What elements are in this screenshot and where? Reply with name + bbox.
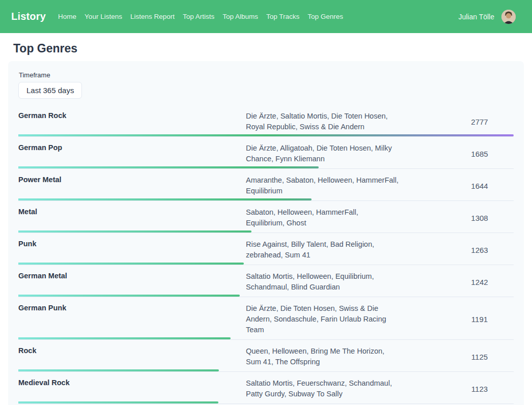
- genre-row: German Metal Saltatio Mortis, Helloween,…: [18, 265, 514, 297]
- genre-top-artists: Die Ärzte, Die Toten Hosen, Swiss & Die …: [246, 303, 399, 335]
- genre-row: German Rock Die Ärzte, Saltatio Mortis, …: [18, 105, 514, 137]
- genre-top-artists: Die Ärzte, Saltatio Mortis, Die Toten Ho…: [246, 111, 399, 132]
- genre-name: Punk: [18, 239, 246, 261]
- genre-top-artists: Amaranthe, Sabaton, Helloween, HammerFal…: [246, 175, 399, 196]
- genre-top-artists: Rise Against, Billy Talent, Bad Religion…: [246, 239, 399, 261]
- user-menu[interactable]: Julian Tölle: [458, 10, 516, 24]
- nav-item-top-tracks[interactable]: Top Tracks: [262, 10, 303, 23]
- genre-row: Rock Queen, Helloween, Bring Me The Hori…: [18, 340, 514, 372]
- genre-listen-count: 1644: [445, 182, 514, 190]
- main-nav: HomeYour ListensListens ReportTop Artist…: [54, 10, 347, 23]
- genre-bar: [18, 401, 218, 403]
- user-name: Julian Tölle: [458, 13, 494, 21]
- genre-top-artists: Saltatio Mortis, Feuerschwanz, Schandmau…: [246, 378, 399, 399]
- nav-item-listens-report[interactable]: Listens Report: [126, 10, 179, 23]
- app-logo[interactable]: Listory: [11, 11, 46, 22]
- genre-row: Metal Sabaton, Helloween, HammerFall, Eq…: [18, 201, 514, 233]
- genre-listen-count: 1685: [445, 150, 514, 158]
- genre-bar: [18, 295, 240, 297]
- nav-item-your-listens[interactable]: Your Listens: [80, 10, 126, 23]
- genre-name: German Punk: [18, 303, 246, 335]
- timeframe-filter: Timeframe Last 365 days: [18, 71, 514, 99]
- genre-listen-count: 1263: [445, 246, 514, 254]
- main-content: Top Genres Timeframe Last 365 days Germa…: [0, 42, 532, 405]
- top-nav: Listory HomeYour ListensListens ReportTo…: [0, 0, 532, 33]
- genre-bar: [18, 337, 231, 339]
- genre-name: Power Metal: [18, 175, 246, 196]
- genre-listen-count: 1123: [445, 385, 514, 393]
- timeframe-label: Timeframe: [19, 71, 514, 79]
- genre-row: Medieval Rock Saltatio Mortis, Feuerschw…: [18, 372, 514, 404]
- genre-top-artists: Die Ärzte, Alligatoah, Die Toten Hosen, …: [246, 143, 399, 164]
- genre-table: German Rock Die Ärzte, Saltatio Mortis, …: [18, 105, 514, 405]
- page-title: Top Genres: [13, 42, 524, 55]
- genre-top-artists: Saltatio Mortis, Helloween, Equilibrium,…: [246, 271, 399, 293]
- user-avatar-icon[interactable]: [501, 10, 516, 24]
- genre-row: Punk Rise Against, Billy Talent, Bad Rel…: [18, 233, 514, 265]
- genre-top-artists: Queen, Helloween, Bring Me The Horizon, …: [246, 346, 399, 367]
- genre-name: German Pop: [18, 143, 246, 164]
- genre-bar: [18, 230, 251, 233]
- top-genres-card: Timeframe Last 365 days German Rock Die …: [8, 61, 524, 405]
- genre-listen-count: 1125: [445, 353, 514, 361]
- genre-bar: [18, 134, 514, 136]
- genre-bar: [18, 369, 219, 371]
- genre-name: German Metal: [18, 271, 246, 293]
- nav-item-top-artists[interactable]: Top Artists: [179, 10, 218, 23]
- genre-row: German Punk Die Ärzte, Die Toten Hosen, …: [18, 297, 514, 340]
- genre-row: Power Metal Amaranthe, Sabaton, Hellowee…: [18, 169, 514, 201]
- genre-bar: [18, 263, 244, 265]
- genre-top-artists: Sabaton, Helloween, HammerFall, Equilibr…: [246, 207, 399, 228]
- genre-name: Medieval Rock: [18, 378, 246, 399]
- genre-bar: [18, 166, 319, 168]
- timeframe-select[interactable]: Last 365 days: [18, 82, 82, 99]
- genre-bar: [18, 198, 312, 200]
- genre-listen-count: 1191: [445, 315, 514, 324]
- nav-item-top-albums[interactable]: Top Albums: [218, 10, 262, 23]
- genre-listen-count: 1308: [445, 214, 514, 222]
- genre-name: German Rock: [18, 111, 246, 132]
- nav-item-top-genres[interactable]: Top Genres: [303, 10, 347, 23]
- genre-listen-count: 1242: [445, 278, 514, 286]
- genre-name: Rock: [18, 346, 246, 367]
- nav-item-home[interactable]: Home: [54, 10, 80, 23]
- genre-listen-count: 2777: [445, 118, 514, 126]
- genre-name: Metal: [18, 207, 246, 228]
- genre-row: German Pop Die Ärzte, Alligatoah, Die To…: [18, 137, 514, 169]
